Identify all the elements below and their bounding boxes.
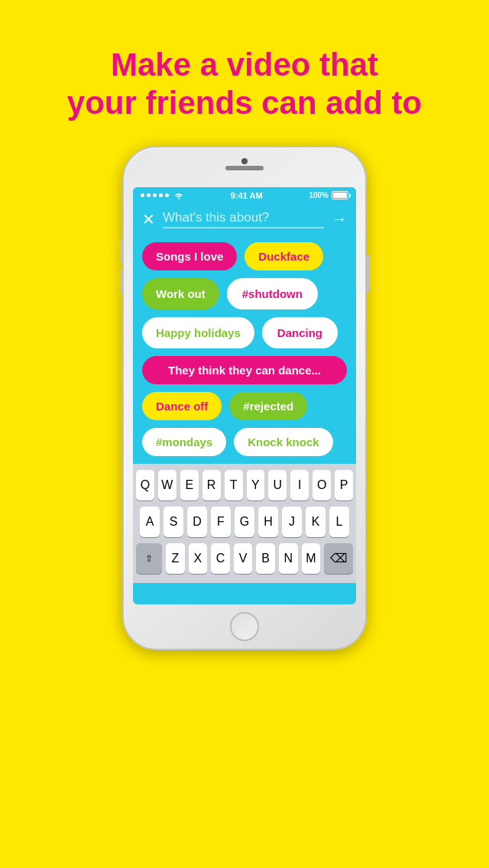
battery-fill	[333, 193, 347, 198]
phone-screen: 9:41 AM 100% ✕ What's this about? → Song…	[133, 187, 356, 604]
key-O[interactable]: O	[313, 470, 331, 500]
key-C[interactable]: C	[211, 543, 230, 574]
keyboard: Q W E R T Y U I O P A S D F G H J K	[133, 464, 356, 583]
signal-dot	[165, 193, 169, 197]
signal-dot	[147, 193, 151, 197]
key-R[interactable]: R	[202, 470, 221, 500]
key-Q[interactable]: Q	[136, 470, 154, 500]
tag-happy-holidays[interactable]: Happy holidays	[142, 317, 254, 348]
key-N[interactable]: N	[279, 543, 298, 574]
shift-key[interactable]: ⇧	[136, 543, 162, 574]
key-T[interactable]: T	[225, 470, 243, 500]
tag-duckface[interactable]: Duckface	[244, 242, 323, 270]
close-button[interactable]: ✕	[142, 210, 155, 228]
keyboard-row-2: A S D F G H J K L	[136, 507, 353, 537]
tags-area: Songs I love Duckface Work out #shutdown…	[133, 235, 356, 464]
tag-row-6: #mondays Knock knock	[142, 428, 347, 456]
headline: Make a video that your friends can add t…	[37, 46, 452, 123]
key-D[interactable]: D	[187, 507, 207, 537]
signal-dot	[159, 193, 163, 197]
key-X[interactable]: X	[189, 543, 208, 574]
tag-songs-i-love[interactable]: Songs I love	[142, 242, 237, 270]
status-bar: 9:41 AM 100%	[133, 187, 356, 204]
tag-row-1: Songs I love Duckface	[142, 242, 347, 270]
tag-row-2: Work out #shutdown	[142, 278, 347, 309]
tag-row-4: They think they can dance...	[142, 356, 347, 384]
power-button	[365, 254, 369, 293]
key-M[interactable]: M	[302, 543, 321, 574]
battery-percent: 100%	[309, 191, 329, 199]
key-V[interactable]: V	[234, 543, 253, 574]
key-B[interactable]: B	[256, 543, 275, 574]
key-J[interactable]: J	[282, 507, 302, 537]
signal-area	[141, 192, 184, 199]
battery-tip	[349, 193, 351, 197]
volume-up-button	[120, 239, 124, 262]
signal-dot	[153, 193, 157, 197]
tag-they-think[interactable]: They think they can dance...	[142, 356, 347, 384]
headline-line2: your friends can add to	[67, 85, 422, 121]
phone-wrapper: 9:41 AM 100% ✕ What's this about? → Song…	[122, 146, 367, 650]
key-P[interactable]: P	[335, 470, 353, 500]
tag-dance-off[interactable]: Dance off	[142, 392, 222, 420]
search-bar: ✕ What's this about? →	[133, 204, 356, 235]
key-A[interactable]: A	[140, 507, 160, 537]
key-U[interactable]: U	[268, 470, 287, 500]
tag-row-3: Happy holidays Dancing	[142, 317, 347, 348]
volume-down-button	[120, 270, 124, 293]
tag-rejected[interactable]: #rejected	[229, 392, 307, 420]
keyboard-row-1: Q W E R T Y U I O P	[136, 470, 353, 500]
key-W[interactable]: W	[158, 470, 176, 500]
tag-work-out[interactable]: Work out	[142, 278, 219, 309]
key-S[interactable]: S	[164, 507, 183, 537]
battery-area: 100%	[309, 191, 348, 199]
keyboard-row-3: ⇧ Z X C V B N M ⌫	[136, 543, 353, 574]
camera-icon	[241, 158, 248, 164]
key-G[interactable]: G	[235, 507, 254, 537]
time-display: 9:41 AM	[231, 191, 263, 200]
headline-line1: Make a video that	[111, 47, 378, 83]
wifi-icon	[173, 192, 184, 199]
key-F[interactable]: F	[211, 507, 231, 537]
submit-arrow-button[interactable]: →	[332, 210, 347, 228]
backspace-key[interactable]: ⌫	[324, 543, 353, 574]
key-L[interactable]: L	[329, 507, 349, 537]
key-E[interactable]: E	[180, 470, 199, 500]
battery-icon	[332, 191, 348, 199]
tag-knock-knock[interactable]: Knock knock	[234, 428, 332, 456]
tag-shutdown[interactable]: #shutdown	[227, 278, 318, 309]
key-I[interactable]: I	[290, 470, 309, 500]
search-input[interactable]: What's this about?	[163, 210, 324, 228]
signal-dot	[141, 193, 144, 197]
key-Z[interactable]: Z	[166, 543, 185, 574]
home-button[interactable]	[230, 612, 259, 641]
tag-mondays[interactable]: #mondays	[142, 428, 226, 456]
tag-row-5: Dance off #rejected	[142, 392, 347, 420]
key-H[interactable]: H	[258, 507, 278, 537]
key-K[interactable]: K	[306, 507, 325, 537]
speaker-icon	[225, 166, 264, 170]
key-Y[interactable]: Y	[247, 470, 265, 500]
tag-dancing[interactable]: Dancing	[262, 317, 338, 348]
